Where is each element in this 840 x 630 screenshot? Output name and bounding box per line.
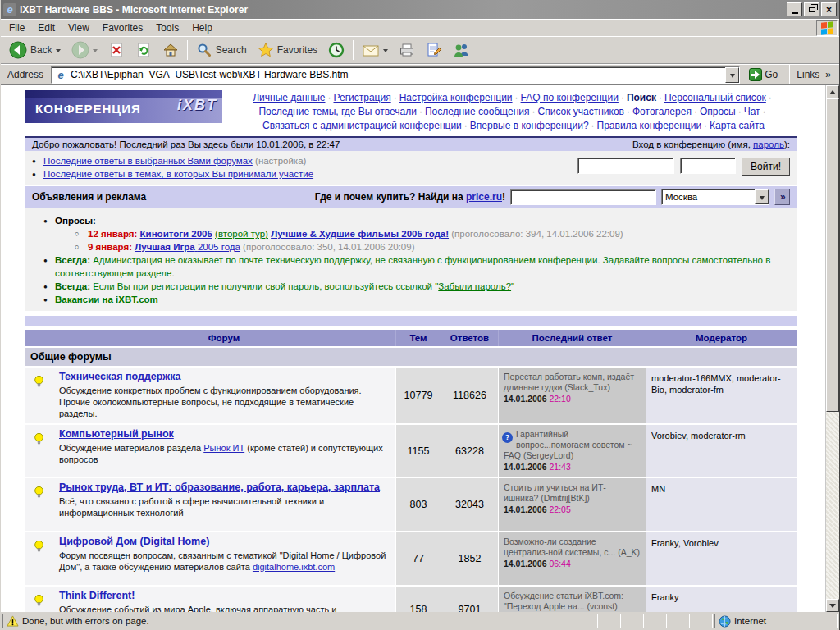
nav-link[interactable]: Карта сайта xyxy=(710,120,765,131)
toolbar-separator xyxy=(187,40,188,60)
home-icon xyxy=(162,42,179,58)
nav-link[interactable]: FAQ по конференции xyxy=(521,92,619,103)
last-reply[interactable]: ? Гарантийный вопрос...помогаем советом … xyxy=(498,425,646,477)
scroll-down-button[interactable] xyxy=(826,599,839,612)
home-button[interactable] xyxy=(158,39,184,61)
poll-link[interactable]: Лучшая Игра 2005 года xyxy=(135,242,240,252)
last-reply[interactable]: Перестал работать комп, издаёт длинные г… xyxy=(498,368,646,423)
address-input[interactable]: e C:\iXBT\Epiphan_VGA_USB\Test-web\iXBT … xyxy=(51,66,740,84)
menu-view[interactable]: View xyxy=(62,21,96,35)
scroll-up-button[interactable] xyxy=(826,85,839,98)
stop-button[interactable] xyxy=(103,39,130,61)
question-icon: ? xyxy=(502,432,513,443)
city-select[interactable]: Москва xyxy=(661,189,769,205)
address-bar: Address e C:\iXBT\Epiphan_VGA_USB\Test-w… xyxy=(1,64,839,84)
menu-edit[interactable]: Edit xyxy=(31,21,62,35)
forward-dropdown-icon[interactable] xyxy=(93,49,98,55)
forum-link[interactable]: Техническая поддержка xyxy=(59,371,180,382)
go-button[interactable]: Go xyxy=(744,67,783,82)
menu-favorites[interactable]: Favorites xyxy=(96,21,149,35)
vacancies-link[interactable]: Вакансии на iXBT.com xyxy=(55,294,158,304)
ixbt-conference-logo[interactable]: КОНФЕРЕНЦИЯ iXBT xyxy=(25,90,222,123)
logo-text: КОНФЕРЕНЦИЯ xyxy=(35,102,141,116)
refresh-button[interactable] xyxy=(130,39,157,61)
col-replies: Ответов xyxy=(441,330,498,346)
moderators: moderator-166MMX, moderator-Bio, moderat… xyxy=(646,368,797,423)
address-dropdown-button[interactable] xyxy=(725,67,739,83)
nav-link[interactable]: Личные данные xyxy=(253,92,325,103)
search-button[interactable]: Search xyxy=(191,39,252,61)
print-button[interactable] xyxy=(394,39,420,61)
price-search-input[interactable] xyxy=(510,189,656,205)
poll-link[interactable]: (второй тур) xyxy=(215,229,268,239)
menu-help[interactable]: Help xyxy=(185,21,219,35)
replies-count: 32043 xyxy=(441,478,498,531)
last-reply[interactable]: Стоить ли учиться на ИТ-ишника? (Dmitrij… xyxy=(498,478,646,531)
topics-count: 77 xyxy=(395,532,441,585)
nav-link[interactable]: Список участников xyxy=(538,106,624,117)
page-viewport: КОНФЕРЕНЦИЯ iXBT Личные данные·Регистрац… xyxy=(1,84,839,612)
history-icon xyxy=(328,42,345,58)
vertical-scrollbar[interactable] xyxy=(825,85,839,612)
poll-link[interactable]: Киноитоги 2005 xyxy=(140,229,212,239)
poll-link[interactable]: Лучшие & Худшие фильмы 2005 года! xyxy=(271,229,449,239)
title-bar[interactable]: e iXBT Hardware BBS - Microsoft Internet… xyxy=(1,0,839,19)
stop-icon xyxy=(108,42,125,58)
nav-link[interactable]: Фотогалерея xyxy=(632,106,692,117)
nav-link[interactable]: Правила конференции xyxy=(597,120,702,131)
page-content: КОНФЕРЕНЦИЯ iXBT Личные данные·Регистрац… xyxy=(1,85,825,612)
last-replies-topics-link[interactable]: Последние ответы в темах, в которых Вы п… xyxy=(43,169,313,179)
settings-note[interactable]: (настройка) xyxy=(255,156,306,166)
nav-link[interactable]: Опросы xyxy=(700,106,736,117)
close-button[interactable]: × xyxy=(821,2,837,16)
links-label[interactable]: Links xyxy=(797,69,819,80)
mail-dropdown-icon[interactable] xyxy=(383,49,388,55)
forum-row: Цифровой Дом (Digital Home) Форум посвящ… xyxy=(25,532,797,585)
scrollbar-thumb[interactable] xyxy=(826,98,839,412)
restore-button[interactable] xyxy=(804,2,819,16)
forum-description: Обсуждение материалов раздела Рынок ИТ (… xyxy=(59,442,389,465)
login-button[interactable]: Войти! xyxy=(742,158,790,176)
menu-tools[interactable]: Tools xyxy=(149,21,185,35)
forum-link[interactable]: Цифровой Дом (Digital Home) xyxy=(59,536,209,547)
nav-link[interactable]: Связаться с администрацией конференции xyxy=(262,120,462,131)
nav-link[interactable]: Персональный список xyxy=(664,92,766,103)
nav-link[interactable]: Чат xyxy=(744,106,760,117)
login-username-input[interactable] xyxy=(578,158,674,174)
login-password-input[interactable] xyxy=(680,158,736,174)
forum-link[interactable]: Think Different! xyxy=(59,590,135,601)
lightbulb-icon xyxy=(34,374,44,390)
last-reply[interactable]: Возможно-ли создание централиз-ной систе… xyxy=(498,532,646,585)
minimize-button[interactable] xyxy=(787,2,802,16)
forgot-password-link[interactable]: Забыли пароль? xyxy=(438,281,511,291)
nav-link[interactable]: Последние темы, где Вы отвечали xyxy=(258,106,417,117)
inline-link[interactable]: digitalhome.ixbt.com xyxy=(253,562,335,572)
price-ru-link[interactable]: price.ru xyxy=(466,191,502,203)
forward-button[interactable] xyxy=(66,39,103,62)
poll-item: 12 января: Киноитоги 2005 (второй тур) Л… xyxy=(25,227,797,240)
nav-link[interactable]: Регистрация xyxy=(334,92,391,103)
nav-link[interactable]: Впервые в конференции? xyxy=(470,120,589,131)
forum-description: Обсуждение событий из мира Apple, включа… xyxy=(59,604,389,612)
chevron-down-icon xyxy=(730,74,735,80)
last-replies-forums-link[interactable]: Последние ответы в выбранных Вами форума… xyxy=(43,156,253,166)
edit-button[interactable] xyxy=(421,39,447,61)
city-dropdown-button[interactable] xyxy=(755,189,769,204)
last-reply[interactable]: Обсуждение статьи iXBT.com: "Переход App… xyxy=(498,587,646,612)
history-button[interactable] xyxy=(323,39,349,61)
inline-link[interactable]: Рынок ИТ xyxy=(203,443,244,453)
back-button[interactable]: Back xyxy=(4,39,66,62)
links-chevron-icon[interactable]: » xyxy=(824,69,836,80)
nav-link[interactable]: Настройка конференции xyxy=(399,92,513,103)
password-link[interactable]: пароль xyxy=(753,139,784,149)
price-go-button[interactable]: » xyxy=(774,189,790,205)
back-dropdown-icon[interactable] xyxy=(56,49,61,55)
minimize-icon xyxy=(792,12,798,14)
messenger-button[interactable] xyxy=(448,39,476,61)
nav-link[interactable]: Последние сообщения xyxy=(425,106,530,117)
mail-button[interactable] xyxy=(357,39,393,61)
menu-file[interactable]: File xyxy=(2,21,31,35)
forum-link[interactable]: Компьютерный рынок xyxy=(59,428,174,440)
favorites-button[interactable]: Favorites xyxy=(253,39,322,61)
forum-link[interactable]: Рынок труда, ВТ и ИТ: образование, работ… xyxy=(59,482,380,493)
